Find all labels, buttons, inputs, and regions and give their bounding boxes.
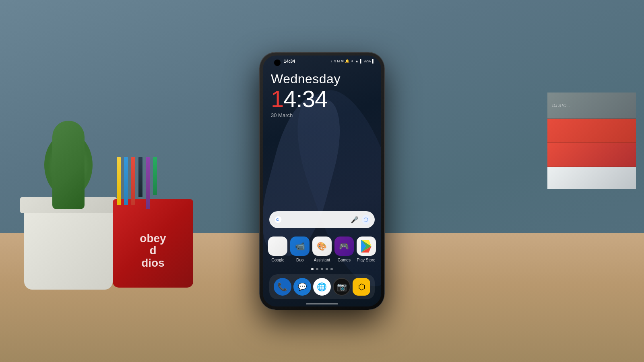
assistant-icon[interactable]: 🎨: [312, 237, 332, 256]
clock-time-red: 1: [271, 86, 283, 112]
cactus-area: obeyddios: [0, 0, 209, 362]
battery-level: 92%: [364, 59, 371, 63]
dock-messages[interactable]: 💬: [293, 278, 311, 296]
home-indicator: [306, 303, 338, 304]
pencil-holder: [117, 157, 157, 209]
cactus-plant: [32, 97, 105, 209]
page-dot-1: [311, 268, 314, 270]
duo-label: Duo: [296, 258, 303, 262]
assistant-label: Assistant: [314, 258, 330, 262]
page-dots: [263, 268, 381, 270]
dock-chrome[interactable]: 🌐: [313, 278, 331, 296]
games-icon[interactable]: 🎮: [334, 237, 354, 256]
page-dot-4: [326, 268, 328, 270]
phone-screen: 14:34 ♪ 𝕏 M ✉ 🔔 ✦ ▲ ▌ 92% ▌ Wednesday: [263, 56, 381, 306]
lens-icon[interactable]: ⬡: [362, 215, 370, 224]
app-google[interactable]: Google: [268, 237, 287, 262]
status-time: 14:34: [284, 59, 295, 64]
pencil-2: [124, 157, 128, 205]
tiktok-icon: ♪: [331, 60, 332, 63]
app-icons-row: Google 📹 Duo 🎨 Assistant: [267, 237, 377, 262]
page-dot-2: [316, 268, 318, 270]
google-search-bar[interactable]: G 🎤 ⬡: [269, 211, 375, 228]
pencil-3: [131, 157, 135, 205]
battery-icon: ▌: [372, 59, 375, 63]
playstore-label: Play Store: [357, 258, 376, 262]
mug-text: obeyddios: [113, 232, 193, 269]
svg-text:G: G: [276, 218, 279, 222]
signal-icon: ▌: [360, 59, 362, 63]
duo-icon[interactable]: 📹: [290, 237, 310, 256]
status-icons: ♪ 𝕏 M ✉ 🔔 ✦ ▲ ▌ 92% ▌: [331, 59, 375, 63]
app-playstore[interactable]: Play Store: [357, 237, 376, 262]
google-logo: G: [274, 216, 282, 224]
clock-day: Wednesday: [271, 72, 373, 86]
clock-time: 14:34: [271, 87, 373, 111]
dock-camera[interactable]: 📷: [333, 278, 351, 296]
bell-icon: 🔔: [345, 59, 349, 63]
white-pot: [24, 209, 113, 290]
book-stack: DJ STO...: [547, 93, 636, 189]
book-1: DJ STO...: [547, 93, 636, 119]
clock-widget: Wednesday 14:34 30 March: [271, 72, 373, 118]
clock-time-rest: 4:34: [283, 86, 327, 112]
mic-icon[interactable]: 🎤: [351, 216, 359, 224]
page-dot-3: [321, 268, 323, 270]
gmail-icon: M: [337, 60, 340, 63]
clock-date: 30 March: [271, 112, 373, 118]
pencil-6: [153, 157, 157, 195]
google-label: Google: [271, 258, 284, 262]
page-dot-5: [330, 268, 333, 270]
pencil-1: [117, 157, 121, 205]
dock-phone[interactable]: 📞: [274, 278, 291, 296]
book-3: [547, 143, 636, 167]
playstore-icon[interactable]: [357, 237, 376, 256]
app-dock: 📞 💬 🌐 📷 ⬡: [269, 274, 375, 299]
front-camera: [274, 60, 281, 66]
book-4: [547, 167, 636, 189]
phone-wrapper: 14:34 ♪ 𝕏 M ✉ 🔔 ✦ ▲ ▌ 92% ▌ Wednesday: [260, 52, 384, 310]
twitter-icon: 𝕏: [334, 60, 336, 63]
book-2: [547, 119, 636, 143]
app-duo[interactable]: 📹 Duo: [290, 237, 310, 262]
app-assistant[interactable]: 🎨 Assistant: [312, 237, 332, 262]
pencil-5: [146, 157, 150, 209]
games-label: Games: [338, 258, 351, 262]
wifi-icon: ▲: [355, 59, 359, 63]
pencil-4: [138, 157, 142, 197]
cactus-body: [52, 121, 85, 209]
app-games[interactable]: 🎮 Games: [334, 237, 354, 262]
dock-settings[interactable]: ⬡: [353, 278, 370, 296]
status-bar: 14:34 ♪ 𝕏 M ✉ 🔔 ✦ ▲ ▌ 92% ▌: [263, 56, 381, 67]
phone-device: 14:34 ♪ 𝕏 M ✉ 🔔 ✦ ▲ ▌ 92% ▌ Wednesday: [260, 52, 384, 310]
mail-icon: ✉: [341, 60, 344, 63]
bluetooth-icon: ✦: [351, 59, 354, 63]
books-area: DJ STO...: [451, 80, 644, 302]
google-icon[interactable]: [268, 237, 287, 256]
